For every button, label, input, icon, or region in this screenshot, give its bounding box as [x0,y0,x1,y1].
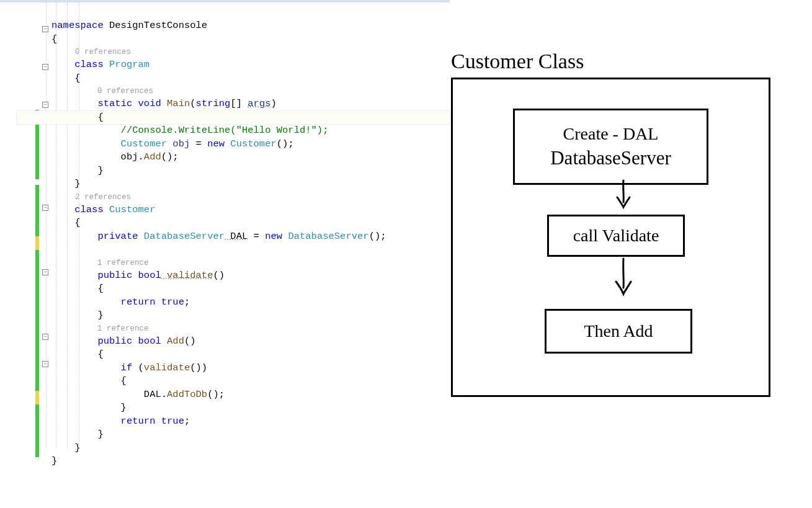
code-line[interactable]: { [34,216,450,230]
code-line[interactable] [34,243,450,257]
code-line[interactable]: } [34,442,450,455]
codelens-references[interactable]: 0 references [34,46,450,58]
diagram-title: Customer Class [451,50,584,73]
code-line[interactable]: { [34,282,450,296]
code-line[interactable]: { [34,375,450,388]
code-line[interactable]: } [34,309,450,323]
code-line[interactable]: if (validate()) [34,362,450,375]
code-line[interactable]: namespace DesignTestConsole [34,19,450,33]
code-line[interactable]: return true; [34,415,450,429]
step-text: Then Add [584,319,653,343]
code-line[interactable]: } [34,164,450,178]
arrow-down-icon [611,179,636,210]
code-line[interactable]: public bool Add() [34,335,450,349]
code-line[interactable]: return true; [34,296,450,310]
code-line[interactable]: } [34,428,450,442]
arrow-down-icon [611,257,636,297]
code-editor: − − − − − − − namespace DesignTestConsol… [0,0,450,508]
code-line[interactable]: DAL.AddToDb(); [34,388,450,402]
customer-class-box: Create - DAL DatabaseServer call Validat… [451,78,770,397]
step-text: Create - DAL [563,122,659,146]
code-line[interactable]: class Program [34,58,450,72]
step-text: call Validate [573,224,659,247]
codelens-references[interactable]: 0 references [34,85,450,97]
step-box-validate: call Validate [547,215,685,257]
step-box-add: Then Add [545,309,692,354]
codelens-references[interactable]: 1 reference [34,323,450,335]
code-line[interactable]: { [34,348,450,362]
code-line[interactable]: static void Main(string[] args) [34,97,450,111]
step-text: DatabaseServer [550,145,671,171]
code-line-current[interactable]: { [17,111,450,125]
code-line[interactable]: obj.Add(); [34,151,450,164]
code-line[interactable]: //Console.WriteLine("Hello World!"); [34,124,450,138]
code-line[interactable]: } [34,455,450,468]
code-line[interactable]: { [34,33,450,47]
codelens-references[interactable]: 2 references [34,191,450,203]
code-line[interactable]: class Customer [34,203,450,217]
code-line[interactable]: private DatabaseServer DAL = new Databas… [34,230,450,244]
code-line[interactable]: } [34,177,450,191]
code-line[interactable]: public bool validate() [34,269,450,283]
code-line[interactable]: } [34,401,450,415]
codelens-references[interactable]: 1 reference [34,257,450,269]
diagram-pane: Customer Class Create - DAL DatabaseServ… [450,0,812,508]
code-line[interactable]: Customer obj = new Customer(); [34,138,450,151]
code-line[interactable]: { [34,72,450,86]
step-box-create-dal: Create - DAL DatabaseServer [513,109,708,185]
